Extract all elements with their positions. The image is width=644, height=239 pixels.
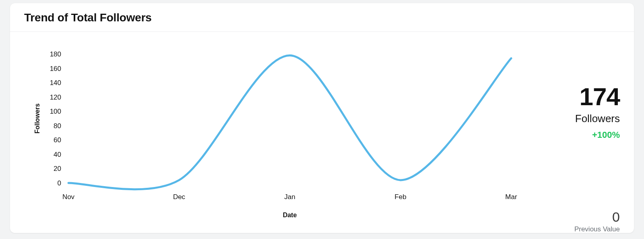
x-tick-label: Jan: [284, 193, 295, 201]
y-tick-label: 160: [50, 65, 61, 73]
followers-line: [68, 56, 511, 189]
previous-stat: 0 Previous Value: [574, 210, 620, 233]
current-value: 174: [575, 84, 620, 109]
current-stat: 174 Followers +100%: [575, 84, 620, 140]
followers-chart: 020406080100120140160180FollowersNovDecJ…: [24, 48, 523, 233]
previous-label: Previous Value: [574, 225, 620, 233]
x-tick-label: Dec: [173, 193, 186, 201]
y-tick-label: 40: [54, 151, 61, 158]
y-tick-label: 180: [50, 50, 61, 58]
stats-panel: 174 Followers +100% 0 Previous Value: [531, 48, 620, 233]
y-tick-label: 60: [54, 136, 61, 144]
card-header: Trend of Total Followers: [10, 3, 634, 32]
x-tick-label: Feb: [394, 193, 406, 201]
delta-value: +100%: [575, 130, 620, 140]
y-tick-label: 20: [54, 165, 61, 172]
chart-svg: 020406080100120140160180FollowersNovDecJ…: [24, 48, 523, 233]
y-tick-label: 0: [58, 179, 61, 187]
followers-trend-card: Trend of Total Followers 020406080100120…: [10, 3, 634, 233]
y-tick-label: 100: [50, 108, 61, 115]
card-body: 020406080100120140160180FollowersNovDecJ…: [10, 32, 634, 233]
page-title: Trend of Total Followers: [24, 11, 620, 24]
x-tick-label: Mar: [505, 193, 517, 201]
current-label: Followers: [575, 112, 620, 125]
y-tick-label: 140: [50, 79, 61, 87]
previous-value: 0: [574, 210, 620, 224]
x-tick-label: Nov: [62, 193, 75, 201]
x-axis-label: Date: [283, 212, 297, 218]
y-tick-label: 80: [54, 122, 61, 130]
y-axis-label: Followers: [34, 104, 41, 134]
y-tick-label: 120: [50, 94, 61, 101]
